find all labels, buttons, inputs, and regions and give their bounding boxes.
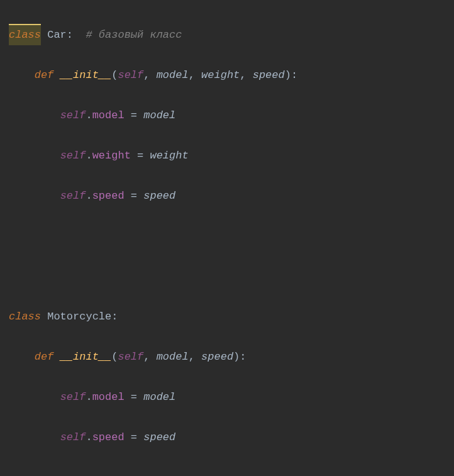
code-line xyxy=(9,468,445,476)
code-line: def __init__(self, model, weight, speed)… xyxy=(9,65,445,86)
highlighted-token: class xyxy=(9,24,41,45)
code-line xyxy=(9,267,445,287)
code-line: class Car: # базовый класс xyxy=(9,24,445,45)
code-line: self.model = model xyxy=(9,106,445,126)
code-line: self.speed = speed xyxy=(9,186,445,206)
code-line: class Motorcycle: xyxy=(9,307,445,327)
code-line: self.speed = speed xyxy=(9,428,445,448)
code-line: def __init__(self, model, speed): xyxy=(9,347,445,367)
code-editor[interactable]: class Car: # базовый класс def __init__(… xyxy=(0,0,454,476)
code-line xyxy=(9,226,445,246)
code-line: self.model = model xyxy=(9,387,445,407)
code-line: self.weight = weight xyxy=(9,146,445,166)
